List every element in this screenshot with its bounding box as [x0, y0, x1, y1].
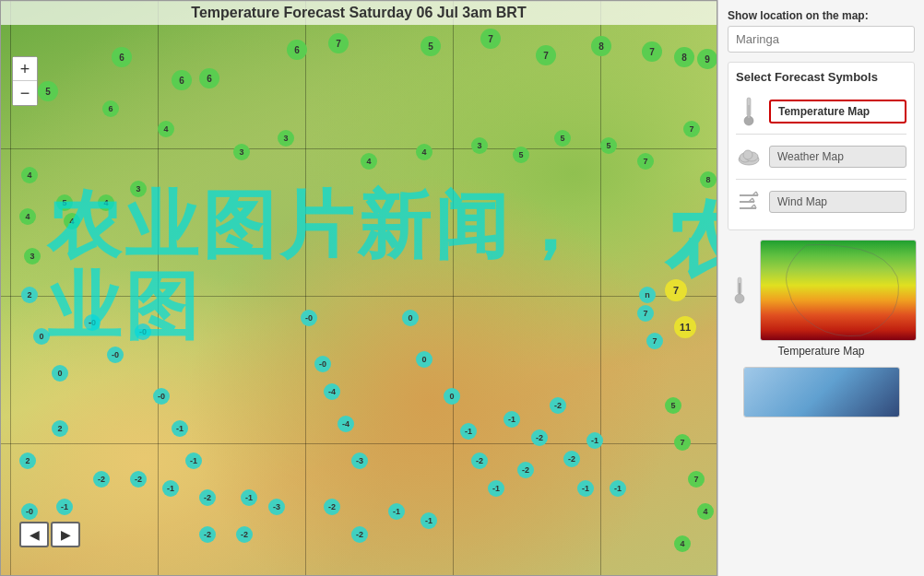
temperature-dot-d20[interactable]: 3 — [471, 137, 488, 154]
symbol-item-temperature[interactable]: Temperature Map — [736, 91, 906, 132]
temperature-dot-d64[interactable]: 0 — [402, 310, 419, 326]
thumbnail-weather-partial[interactable] — [728, 367, 915, 417]
temperature-dot-d9[interactable]: 7 — [536, 45, 556, 65]
weather-map-button[interactable]: Weather Map — [769, 146, 906, 168]
temperature-dot-d36[interactable]: 0 — [52, 365, 68, 382]
temperature-dot-d10[interactable]: 8 — [591, 36, 611, 56]
temperature-dot-d58[interactable]: -4 — [338, 416, 354, 432]
temperature-dot-d78[interactable]: 7 — [637, 305, 654, 322]
temperature-dot-d15[interactable]: 4 — [158, 121, 174, 137]
temperature-dot-d29[interactable]: 5 — [56, 194, 73, 211]
zoom-in-button[interactable]: + — [13, 57, 37, 81]
temperature-dot-d38[interactable]: -0 — [107, 347, 124, 363]
temperature-dot-d55[interactable]: -0 — [301, 310, 317, 326]
temperature-dot-d50[interactable]: -2 — [199, 489, 216, 506]
temperature-dot-d70[interactable]: -1 — [503, 411, 520, 428]
temperature-dot-d49[interactable]: -1 — [162, 480, 179, 497]
symbol-item-wind[interactable]: Wind Map — [736, 182, 906, 222]
temperature-dot-d71[interactable]: -2 — [517, 462, 534, 478]
temperature-dot-d8[interactable]: 7 — [480, 29, 501, 49]
temperature-dot-d81[interactable]: 7 — [674, 434, 691, 451]
temperature-dot-d87[interactable]: 11 — [674, 316, 696, 338]
temperature-dot-d30[interactable]: 3 — [24, 248, 41, 264]
temperature-dot-d5[interactable]: 6 — [287, 40, 307, 60]
nav-next-button[interactable]: ▶ — [51, 522, 80, 547]
temperature-dot-d34[interactable]: 2 — [21, 287, 38, 303]
temperature-dot-d73[interactable]: -2 — [550, 397, 566, 414]
temperature-dot-d14[interactable]: 6 — [102, 100, 119, 117]
temperature-dot-d32[interactable]: 4 — [98, 194, 114, 211]
temperature-map-button[interactable]: Temperature Map — [769, 100, 906, 123]
temperature-dot-d72[interactable]: -2 — [531, 429, 548, 446]
temperature-dot-d69[interactable]: -1 — [488, 480, 504, 497]
temperature-dot-d60[interactable]: -2 — [324, 499, 340, 515]
temperature-dot-d54[interactable]: -3 — [268, 499, 285, 515]
temperature-dot-d23[interactable]: 5 — [600, 137, 617, 154]
zoom-out-button[interactable]: − — [13, 81, 37, 105]
temperature-dot-d68[interactable]: -2 — [471, 453, 488, 469]
thumbnail-temperature[interactable]: Temperature Map — [728, 240, 915, 358]
temperature-dot-d44[interactable]: 2 — [19, 453, 36, 469]
temperature-dot-d11[interactable]: 7 — [642, 41, 662, 62]
temperature-dot-d2[interactable]: 6 — [112, 47, 132, 67]
temperature-dot-d82[interactable]: 7 — [688, 471, 705, 488]
temperature-dot-d65[interactable]: 0 — [416, 351, 432, 368]
temperature-dot-d46[interactable]: -1 — [56, 499, 73, 515]
map-container[interactable]: Temperature Forecast Saturday 06 Jul 3am… — [0, 0, 717, 576]
temperature-dot-d80[interactable]: 5 — [665, 397, 681, 414]
temperature-dot-d3[interactable]: 6 — [172, 70, 192, 90]
temperature-dot-d17[interactable]: 3 — [278, 130, 294, 147]
temperature-dot-d66[interactable]: 0 — [444, 388, 460, 405]
temperature-dot-d7[interactable]: 5 — [421, 36, 441, 56]
wind-map-button[interactable]: Wind Map — [769, 191, 906, 213]
temperature-dot-d13[interactable]: 9 — [697, 49, 717, 69]
temperature-dot-d39[interactable]: -0 — [135, 323, 151, 340]
temperature-dot-d51[interactable]: -1 — [241, 489, 257, 506]
temperature-dot-d12[interactable]: 8 — [674, 47, 694, 67]
temperature-dot-d85[interactable]: n — [639, 287, 656, 303]
temperature-dot-d62[interactable]: -1 — [388, 503, 405, 520]
temperature-dot-d28[interactable]: 4 — [19, 208, 36, 225]
temperature-dot-d76[interactable]: -1 — [586, 432, 603, 449]
temperature-dot-d21[interactable]: 5 — [513, 147, 529, 163]
temperature-dot-d59[interactable]: -3 — [351, 453, 368, 469]
temperature-dot-d63[interactable]: -1 — [421, 512, 437, 529]
temperature-dot-d25[interactable]: 7 — [683, 121, 700, 137]
temperature-dot-d1[interactable]: 5 — [38, 81, 58, 101]
temperature-dot-d19[interactable]: 4 — [416, 144, 432, 160]
temperature-dot-d43[interactable]: 2 — [52, 420, 68, 437]
temperature-dot-d31[interactable]: 4 — [64, 213, 80, 229]
temperature-dot-d35[interactable]: 0 — [33, 328, 50, 345]
temperature-dot-d53[interactable]: -2 — [236, 526, 253, 543]
temperature-dot-d79[interactable]: 7 — [646, 333, 663, 349]
temperature-dot-d27[interactable]: 4 — [21, 167, 38, 183]
temperature-dot-d83[interactable]: 4 — [697, 503, 714, 520]
temperature-dot-d77[interactable]: -1 — [610, 480, 626, 497]
symbol-item-weather[interactable]: Weather Map — [736, 136, 906, 177]
temperature-dot-d57[interactable]: -4 — [324, 383, 340, 400]
temperature-dot-d86[interactable]: 7 — [665, 279, 687, 301]
temperature-dot-d4[interactable]: 6 — [199, 68, 219, 88]
temperature-dot-d22[interactable]: 5 — [554, 130, 571, 147]
temperature-dot-d74[interactable]: -2 — [563, 451, 580, 467]
thumbnail-temperature-map[interactable] — [760, 240, 917, 341]
temperature-dot-d40[interactable]: -0 — [153, 388, 170, 405]
location-input[interactable] — [728, 26, 915, 53]
temperature-dot-d47[interactable]: -2 — [93, 471, 110, 488]
temperature-dot-d42[interactable]: -1 — [185, 453, 202, 469]
temperature-dot-d6[interactable]: 7 — [328, 33, 349, 53]
temperature-dot-d84[interactable]: 4 — [674, 535, 691, 552]
thumbnail-weather-map[interactable] — [743, 367, 900, 417]
nav-prev-button[interactable]: ◀ — [19, 522, 49, 547]
temperature-dot-d48[interactable]: -2 — [130, 471, 147, 488]
temperature-dot-d61[interactable]: -2 — [351, 526, 368, 543]
temperature-dot-d41[interactable]: -1 — [172, 420, 188, 437]
temperature-dot-d24[interactable]: 7 — [637, 153, 654, 170]
temperature-dot-d67[interactable]: -1 — [460, 423, 477, 440]
temperature-dot-d52[interactable]: -2 — [199, 526, 216, 543]
temperature-dot-d26[interactable]: 8 — [700, 171, 717, 188]
temperature-dot-d37[interactable]: -0 — [84, 314, 101, 331]
temperature-dot-d56[interactable]: -0 — [314, 356, 331, 372]
temperature-dot-d16[interactable]: 3 — [233, 144, 250, 160]
temperature-dot-d45[interactable]: -0 — [21, 503, 38, 520]
